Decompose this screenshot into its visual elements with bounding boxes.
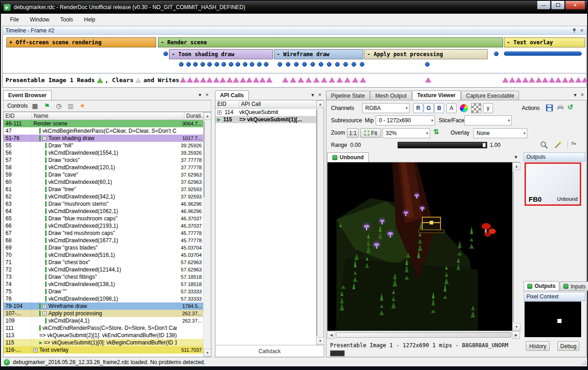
draw-dot[interactable]	[207, 62, 212, 67]
minimize-button[interactable]: —	[537, 1, 551, 10]
zoom-fit-button[interactable]: Fit	[360, 128, 381, 138]
draw-dot[interactable]	[360, 62, 364, 67]
event-row[interactable]: 71Draw "chest box"57.62963	[4, 259, 203, 266]
event-row[interactable]: 61Draw "tree"37.92593	[4, 186, 203, 193]
event-browser-close-icon[interactable]: ×	[205, 92, 209, 98]
event-row[interactable]: 51-76−Toon shading draw1017.7...	[4, 135, 203, 142]
refresh-icon[interactable]: ↺	[567, 103, 573, 111]
green-channel-button[interactable]: G	[424, 103, 434, 113]
draw-dot[interactable]	[327, 62, 331, 67]
draw-dot[interactable]	[343, 62, 348, 67]
menu-window[interactable]: Window	[24, 15, 55, 25]
blue-channel-button[interactable]: B	[434, 103, 444, 113]
pixel-context-view[interactable]	[525, 302, 581, 337]
overlay-select[interactable]: None▾	[473, 128, 527, 138]
tab-pipeline-state[interactable]: Pipeline State	[326, 91, 370, 100]
event-row[interactable]: 58vkCmdDrawIndexed(120,1)37.77778	[4, 164, 203, 171]
tree-expander-icon[interactable]: +	[42, 304, 47, 308]
scroll-down-icon[interactable]: ▼	[513, 323, 520, 331]
timeline-bar[interactable]: - Apply post processing	[364, 49, 488, 59]
bookmark-icon[interactable]: ⚑	[42, 101, 52, 110]
tab-outputs[interactable]: Outputs	[524, 281, 559, 291]
api-calls-scrollbar[interactable]: ▲ ▼	[316, 100, 324, 345]
menu-file[interactable]: File	[5, 15, 24, 25]
col-eid[interactable]: EID	[4, 112, 32, 120]
debug-button[interactable]: Debug	[557, 341, 579, 351]
texture-list-dropdown-icon[interactable]: ▾	[514, 154, 520, 162]
timeline-bar[interactable]: - Render scene	[158, 37, 503, 47]
draw-dot[interactable]	[186, 62, 191, 67]
export-icon[interactable]	[556, 104, 565, 112]
timeline-bar[interactable]: - Toon shading draw	[169, 49, 273, 59]
event-row[interactable]: 65Draw "blue mushroom caps"46.37037	[4, 215, 203, 222]
resize-grip[interactable]	[580, 360, 586, 365]
event-row[interactable]: 116-...+Text overlay511.7037	[4, 346, 203, 354]
close-button[interactable]: ×	[565, 1, 585, 10]
texture-display[interactable]	[327, 162, 512, 331]
maximize-button[interactable]	[551, 1, 565, 10]
event-row[interactable]: 57Draw "rocks"37.77778	[4, 156, 203, 164]
title-bar[interactable]: debugmarker.rdc - RenderDoc Unofficial r…	[1, 1, 587, 14]
event-row[interactable]: 107-...−Apply post processing262.37...	[4, 310, 203, 317]
event-row[interactable]: 75Draw ""57.33333	[4, 288, 203, 295]
tree-expander-icon[interactable]: +	[33, 348, 37, 352]
clock-icon[interactable]: ◷	[54, 101, 63, 110]
tab-texture-viewer[interactable]: Texture Viewer	[412, 90, 461, 100]
event-row[interactable]: 68vkCmdDrawIndexed(1677,1)45.77778	[4, 237, 203, 244]
draw-dot[interactable]	[264, 62, 268, 67]
draw-dot[interactable]	[352, 62, 356, 67]
event-row[interactable]: 47vkCmdBeginRenderPass(C=Clear, D=Clear,…	[4, 127, 203, 135]
scroll-up-icon[interactable]: ▲	[513, 162, 520, 170]
menu-tools[interactable]: Tools	[55, 15, 79, 25]
checkerboard-background-button[interactable]	[471, 103, 481, 113]
draw-dot[interactable]	[236, 62, 240, 67]
api-calls-header[interactable]: EID API Call	[215, 100, 324, 109]
draw-dot[interactable]	[302, 62, 307, 67]
event-row[interactable]: 74vkCmdDrawIndexed(138,1)57.18518	[4, 281, 203, 288]
event-row[interactable]: 63Draw "mushroom stems"46.96296	[4, 200, 203, 208]
zoom-1to1-button[interactable]: 1:1	[347, 128, 359, 138]
stats-icon[interactable]: ▥	[66, 101, 75, 110]
event-row[interactable]: 64vkCmdDrawIndexed(1062,1)46.96296	[4, 208, 203, 215]
draw-dot[interactable]	[229, 62, 233, 67]
color-wheel-icon[interactable]	[460, 104, 468, 112]
col-eid[interactable]: EID	[215, 100, 239, 108]
scroll-up-icon[interactable]: ▲	[316, 100, 324, 108]
tab-inputs[interactable]: Inputs	[560, 281, 588, 291]
slice-face-select[interactable]: ▾	[464, 115, 512, 125]
api-calls-close-icon[interactable]: ×	[318, 92, 321, 98]
col-api-call[interactable]: API Call	[239, 100, 324, 108]
gamma-button[interactable]: γ	[483, 103, 493, 113]
star-icon[interactable]: *	[78, 101, 87, 110]
event-row[interactable]: 56vkCmdDrawIndexed(1554,1)39.25926	[4, 149, 203, 156]
tab-event-browser[interactable]: Event Browser	[3, 90, 52, 100]
red-channel-button[interactable]: R	[413, 103, 423, 113]
fb0-thumbnail[interactable]: FB0 Unbound	[525, 162, 581, 206]
autofit-wand-icon[interactable]	[554, 141, 562, 149]
event-row[interactable]: 46-111Render scene3064.7...	[4, 120, 203, 127]
draw-dot[interactable]	[200, 62, 205, 67]
draw-dot[interactable]	[193, 62, 198, 67]
event-browser-menu-icon[interactable]: ▾	[199, 92, 201, 98]
draw-dot[interactable]	[163, 52, 168, 56]
draw-dot[interactable]	[257, 62, 262, 67]
scroll-down-icon[interactable]: ▼	[316, 337, 324, 345]
event-row[interactable]: 78-104+Wireframe draw1784.5...	[4, 302, 203, 310]
toolbar-overflow-icon[interactable]: ≡▾	[571, 140, 576, 146]
scroll-up-icon[interactable]: ▲	[204, 112, 211, 120]
grid-icon[interactable]: ▦	[31, 101, 40, 110]
tab-api-calls[interactable]: API Calls	[215, 90, 249, 100]
timeline-panel[interactable]: + Off-screen scene rendering- Render sce…	[2, 35, 587, 88]
timeline-bar[interactable]: - Text overlay	[504, 37, 585, 47]
texture-vscrollbar[interactable]: ▲ ▼	[512, 162, 520, 331]
tree-expander-icon[interactable]: −	[42, 312, 47, 316]
callstack-section[interactable]: Callstack	[215, 345, 324, 357]
event-row[interactable]: 111vkCmdEndRenderPass(C=Store, D=Store, …	[4, 324, 203, 332]
event-row[interactable]: 72vkCmdDrawIndexed(12144,1)57.62963	[4, 266, 203, 273]
draw-dot[interactable]	[425, 62, 430, 67]
range-slider-thumb[interactable]	[483, 143, 486, 147]
api-calls-menu-icon[interactable]: ▾	[311, 92, 314, 98]
flip-y-icon[interactable]: ⇅	[433, 128, 439, 136]
api-call-row[interactable]: ▶115=> vkQueueSubmit(1)[...	[215, 116, 324, 123]
texture-viewer-menu-icon[interactable]: ▾	[574, 92, 577, 98]
